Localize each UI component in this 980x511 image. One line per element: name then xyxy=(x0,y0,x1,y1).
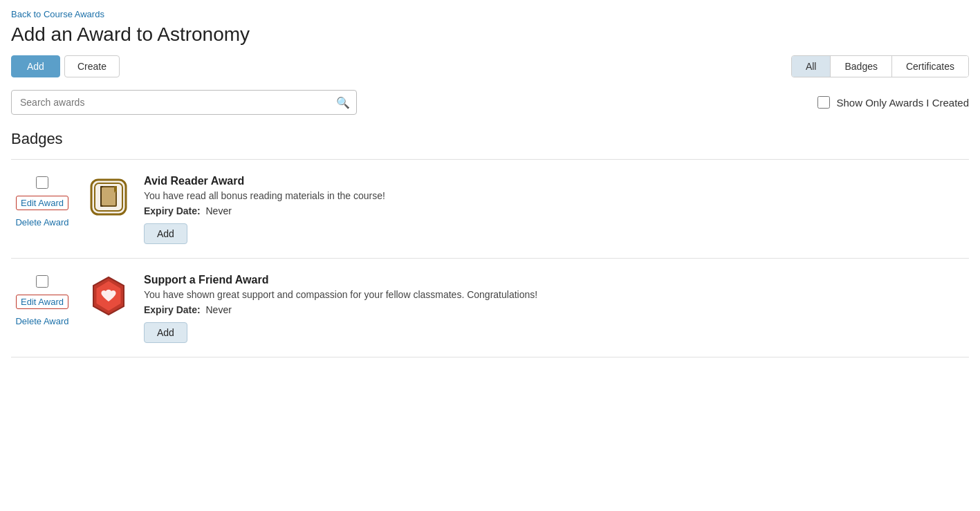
badges-section-title: Badges xyxy=(11,130,969,148)
back-to-course-awards-link[interactable]: Back to Course Awards xyxy=(11,9,104,19)
award-desc-1: You have read all bonus reading material… xyxy=(144,190,969,201)
delete-award-link-2[interactable]: Delete Award xyxy=(15,316,68,326)
award-add-button-2[interactable]: Add xyxy=(144,322,187,343)
award-expiry-1: Expiry Date: Never xyxy=(144,205,969,216)
award-checkbox-col-1: Edit Award Delete Award xyxy=(11,174,73,227)
search-input[interactable] xyxy=(11,90,357,115)
delete-award-link-1[interactable]: Delete Award xyxy=(15,217,68,227)
expiry-value-2: Never xyxy=(205,304,231,315)
search-container: 🔍 xyxy=(11,90,357,115)
tab-all[interactable]: All xyxy=(792,56,831,77)
award-name-1: Avid Reader Award xyxy=(144,175,969,187)
tab-badges[interactable]: Badges xyxy=(831,56,891,77)
page-title: Add an Award to Astronomy xyxy=(11,24,969,46)
edit-award-link-1[interactable]: Edit Award xyxy=(16,196,68,210)
award-checkbox-1[interactable] xyxy=(36,176,48,189)
add-button[interactable]: Add xyxy=(11,55,60,77)
type-tabs: All Badges Certificates xyxy=(791,55,969,77)
primary-actions: Add Create xyxy=(11,55,120,77)
expiry-label-1: Expiry Date: xyxy=(144,205,201,216)
award-list: Edit Award Delete Award Avid Reader Awar… xyxy=(11,159,969,357)
award-name-2: Support a Friend Award xyxy=(144,274,969,286)
award-checkbox-2[interactable] xyxy=(36,275,48,288)
award-icon-col-2 xyxy=(84,272,133,317)
create-button[interactable]: Create xyxy=(64,55,120,77)
award-expiry-2: Expiry Date: Never xyxy=(144,304,969,315)
award-details-2: Support a Friend Award You have shown gr… xyxy=(144,272,969,343)
expiry-value-1: Never xyxy=(205,205,231,216)
award-desc-2: You have shown great support and compass… xyxy=(144,289,969,300)
avid-reader-badge-icon xyxy=(88,176,129,218)
award-icon-col-1 xyxy=(84,174,133,218)
svg-rect-4 xyxy=(102,187,115,205)
edit-award-link-2[interactable]: Edit Award xyxy=(16,295,68,309)
top-bar: Add Create All Badges Certificates xyxy=(11,55,969,77)
show-only-label: Show Only Awards I Created xyxy=(837,97,969,109)
tab-certificates[interactable]: Certificates xyxy=(892,56,968,77)
award-item-avid-reader: Edit Award Delete Award Avid Reader Awar… xyxy=(11,160,969,259)
award-item-support-friend: Edit Award Delete Award Support a Friend… xyxy=(11,259,969,357)
award-add-button-1[interactable]: Add xyxy=(144,223,187,244)
support-friend-badge-icon xyxy=(88,275,129,317)
show-only-checkbox[interactable] xyxy=(817,96,830,109)
search-filter-row: 🔍 Show Only Awards I Created xyxy=(11,90,969,115)
award-details-1: Avid Reader Award You have read all bonu… xyxy=(144,174,969,244)
show-only-filter: Show Only Awards I Created xyxy=(817,96,969,109)
award-checkbox-col-2: Edit Award Delete Award xyxy=(11,272,73,326)
expiry-label-2: Expiry Date: xyxy=(144,304,201,315)
